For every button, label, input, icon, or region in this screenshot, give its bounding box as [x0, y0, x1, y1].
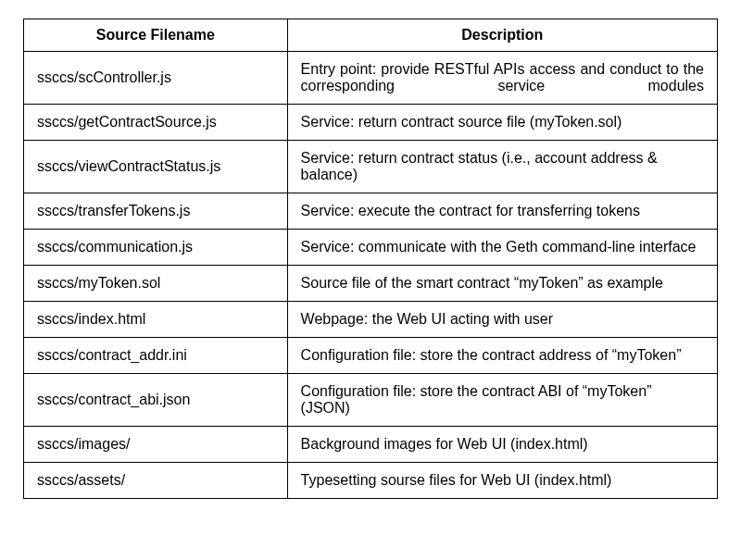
table-body: ssccs/scController.js Entry point: provi… [24, 52, 718, 499]
cell-filename: ssccs/scController.js [24, 52, 288, 105]
table-row: ssccs/assets/ Typesetting sourse files f… [24, 463, 718, 499]
cell-filename: ssccs/index.html [24, 302, 288, 338]
cell-filename: ssccs/contract_addr.ini [24, 338, 288, 374]
cell-description: Service: return contract status (i.e., a… [287, 141, 717, 193]
table-row: ssccs/images/ Background images for Web … [24, 427, 718, 463]
header-filename: Source Filename [24, 19, 288, 52]
table-header-row: Source Filename Description [24, 19, 718, 52]
cell-description: Background images for Web UI (index.html… [287, 427, 717, 463]
table-row: ssccs/index.html Webpage: the Web UI act… [24, 302, 718, 338]
cell-filename: ssccs/viewContractStatus.js [24, 141, 288, 193]
table-row: ssccs/viewContractStatus.js Service: ret… [24, 141, 718, 193]
cell-filename: ssccs/transferTokens.js [24, 193, 288, 230]
cell-description: Entry point: provide RESTful APIs access… [287, 52, 717, 105]
cell-description: Service: return contract source file (my… [287, 105, 717, 141]
cell-description: Service: execute the contract for transf… [287, 193, 717, 230]
cell-filename: ssccs/myToken.sol [24, 266, 288, 302]
table-row: ssccs/getContractSource.js Service: retu… [24, 105, 718, 141]
table-row: ssccs/scController.js Entry point: provi… [24, 52, 718, 105]
cell-description: Source file of the smart contract “myTok… [287, 266, 717, 302]
cell-filename: ssccs/getContractSource.js [24, 105, 288, 141]
cell-description: Webpage: the Web UI acting with user [287, 302, 717, 338]
source-files-table: Source Filename Description ssccs/scCont… [23, 19, 718, 499]
cell-filename: ssccs/images/ [24, 427, 288, 463]
cell-filename: ssccs/assets/ [24, 463, 288, 499]
table-row: ssccs/communication.js Service: communic… [24, 230, 718, 266]
cell-description: Service: communicate with the Geth comma… [287, 230, 717, 266]
table-row: ssccs/transferTokens.js Service: execute… [24, 193, 718, 230]
table-row: ssccs/contract_addr.ini Configuration fi… [24, 338, 718, 374]
cell-description: Typesetting sourse files for Web UI (ind… [287, 463, 717, 499]
cell-filename: ssccs/communication.js [24, 230, 288, 266]
cell-filename: ssccs/contract_abi.json [24, 374, 288, 427]
header-description: Description [287, 19, 717, 52]
cell-description: Configuration file: store the contract a… [287, 338, 717, 374]
cell-description: Configuration file: store the contract A… [287, 374, 717, 427]
table-row: ssccs/contract_abi.json Configuration fi… [24, 374, 718, 427]
table-row: ssccs/myToken.sol Source file of the sma… [24, 266, 718, 302]
